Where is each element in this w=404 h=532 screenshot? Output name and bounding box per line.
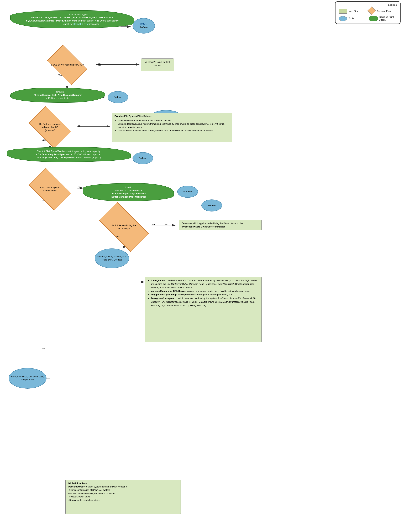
perfmon4-text: Perfmon: [208, 204, 216, 207]
cloud1: - Check for wait_types: PAGEIOLATCH_*, W…: [10, 10, 134, 28]
ellipse-perfmon2: Perfmon: [133, 152, 153, 164]
yes4-label: Yes: [116, 235, 120, 238]
filter-li3: Use WPR.exe to collect short-period(<10 …: [118, 129, 230, 132]
legend-tools-label: Tools: [349, 17, 354, 20]
legend-ellipse-shape: [339, 16, 347, 21]
cloud2-text: - Check if Physical/Logical Disk: Avg. D…: [33, 91, 82, 99]
tune-bullet2: Increase Memory for SQL Server: max serv…: [151, 289, 259, 293]
io-path-title: I/O Path Problems:: [68, 482, 88, 485]
diamond4-wrap: Is Sql Server driving theI/O Activity?: [84, 213, 163, 241]
wpr2-text: WPR, Perfmon,SQLIO, Event Logs, Storport…: [9, 375, 46, 381]
ellipse-perfmon4: Perfmon: [201, 199, 222, 211]
legend: Legend Next Step Decision Point Tools De…: [335, 1, 401, 24]
rect-no-slow-io: No Slow I/O issue for SQL Server: [141, 58, 174, 71]
filter-li2: Exclude data/log/backup folders from bei…: [118, 122, 230, 129]
cloud1-text: - Check for wait_types: PAGEIOLATCH_*, W…: [26, 13, 118, 25]
rect-no-slow-text: No Slow I/O issue for SQL Server: [144, 61, 171, 67]
cloud2: - Check if Physical/Logical Disk: Avg. D…: [10, 88, 105, 103]
cloud3: Check if Disk Bytes/Sec is close to/beyo…: [7, 147, 131, 162]
legend-title: Legend: [339, 3, 397, 6]
legend-grid: Next Step Decision Point Tools Decision …: [339, 8, 397, 21]
diamond2-wrap: Do Perfmon countersindicate slow I/O(lat…: [17, 114, 83, 141]
tune-bullet3: Stagger backups/change Backup volume: if…: [151, 293, 259, 297]
diamond3-label: Is the I/O subsystemoverwhelmed?: [40, 186, 60, 192]
no3-label: No: [42, 199, 45, 202]
legend-item-tools: Tools: [339, 16, 367, 21]
perfmon1-text: Perfmon: [114, 96, 122, 99]
diamond2-label: Do Perfmon countersindicate slow I/O(lat…: [39, 123, 61, 132]
rect-filter-drivers: Examine File System Filter Drivers: Work…: [112, 113, 232, 142]
ellipse-perfmon1: Perfmon: [108, 91, 128, 103]
legend-diamond-wrap: [369, 8, 376, 15]
tune-bullet4: Auto grow/Checkpoint: check if these are…: [151, 297, 259, 307]
cloud4: Check - Process : IO Data Bytes/sec - Bu…: [83, 183, 174, 201]
perfmon2-text: Perfmon: [139, 157, 147, 160]
io-path-text: OS/Hardware: Work with system admin/hard…: [68, 485, 128, 501]
no2-label: No: [78, 125, 81, 128]
rect-not-sql: Determine which application is driving t…: [179, 220, 262, 230]
rect-io-path: I/O Path Problems: OS/Hardware: Work wit…: [65, 480, 181, 514]
legend-item-dpa: Decision Point Action: [369, 16, 397, 21]
rect-tune: Tune Queries : Use DMVs and SQL Trace an…: [145, 277, 262, 342]
filter-drivers-title: Examine File System Filter Drivers:: [114, 115, 152, 117]
no1-label: No: [98, 64, 101, 66]
legend-item-decisionpoint: Decision Point: [369, 8, 397, 15]
perfmon3-text: Perfmon: [183, 190, 192, 193]
ellipse-wpr2: WPR, Perfmon,SQLIO, Event Logs, Storport…: [9, 368, 46, 389]
legend-decision-label: Decision Point: [377, 10, 391, 13]
filter-li1: Work with system admin/filter driver ven…: [118, 119, 230, 122]
yes3-label: Yes: [78, 187, 82, 190]
ellipse-dmvs-text: DMVs,Perfmon: [139, 23, 148, 29]
legend-cloud-shape: [369, 16, 378, 21]
cloud4-text: Check - Process : IO Data Bytes/sec - Bu…: [110, 186, 146, 198]
legend-item-nextstep: Next Step: [339, 9, 367, 13]
yes1-label: Yes: [58, 74, 62, 76]
no-label-left: No: [42, 347, 45, 350]
legend-rect-shape: [339, 9, 347, 13]
diamond3-wrap: Is the I/O subsystemoverwhelmed?: [17, 175, 83, 203]
diamond1-label: Is SQL Server reporting slow I/O?: [50, 63, 84, 66]
diamond4-label: Is Sql Server driving theI/O Activity?: [112, 224, 136, 230]
ellipse-tools: Perfmon, DMVs, Xevents, SQL Trace, DTA, …: [95, 248, 129, 268]
tune-bullet1: Tune Queries : Use DMVs and SQL Trace an…: [151, 279, 259, 289]
no4-label: No: [164, 223, 168, 226]
diamond1-wrap: Is SQL Server reporting slow I/O?: [33, 51, 102, 78]
tools-text: Perfmon, DMVs, Xevents, SQL Trace, DTA, …: [95, 255, 129, 261]
cloud3-text: Check if Disk Bytes/Sec is close to/beyo…: [36, 150, 102, 159]
ellipse-dmvs-perfmon: DMVs,Perfmon: [133, 18, 155, 33]
arrows-overlay: [0, 0, 265, 532]
legend-nextstep-label: Next Step: [349, 10, 358, 13]
not-sql-text: Determine which application is driving t…: [182, 222, 244, 228]
legend-dpa-label: Decision Point Action: [379, 16, 397, 21]
legend-diamond-shape: [367, 6, 376, 15]
ellipse-perfmon3: Perfmon: [177, 186, 198, 198]
yes2-label: Yes: [42, 139, 46, 142]
